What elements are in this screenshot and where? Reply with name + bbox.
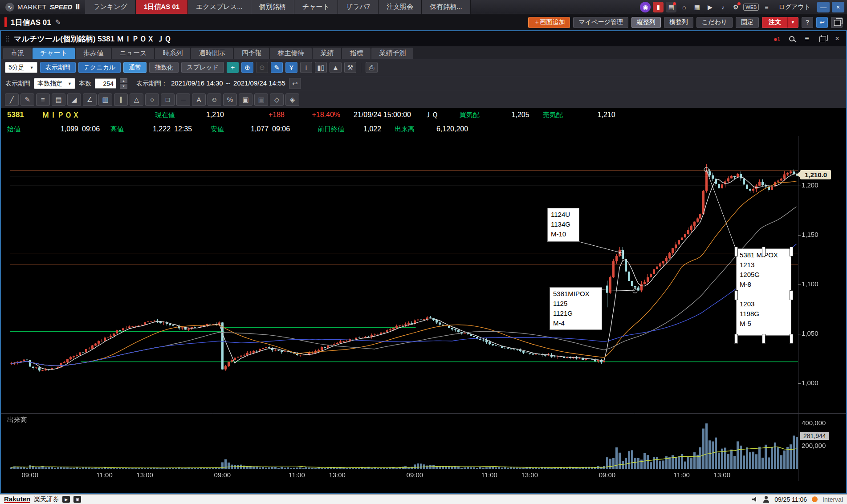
pin-layout-button[interactable]: 固定 [736,17,759,28]
top-tab-holdings[interactable]: 保有銘柄... [422,0,471,14]
account-icon[interactable] [763,496,770,503]
link-group-icon[interactable]: ●1 [772,34,781,44]
speaker-icon[interactable] [752,497,758,502]
selection-handle[interactable] [762,334,766,344]
zoom-in-button[interactable]: ⊕ [241,62,253,73]
tab-chart[interactable]: チャート [33,48,75,59]
media-icon[interactable]: ▶ [704,2,715,12]
window-menu-icon[interactable]: ≡ [802,34,811,44]
tool-eraser-all[interactable]: ◈ [285,93,299,106]
expand-button[interactable]: ▶ [62,496,70,503]
tool-rectangle[interactable]: □ [161,93,175,106]
top-tab-order-inquiry[interactable]: 注文照会 [379,0,422,14]
yen-scale-button[interactable]: ¥ [285,62,297,73]
tool-pentagon[interactable]: △ [130,93,143,106]
restore-window-icon[interactable] [818,34,827,44]
window-title-bar[interactable]: ⣿ マルチツール(個別銘柄) 5381 ＭＩＰＯＸ ＪＱ ●1 ≡ × [1,31,846,46]
tool-parallel-channel[interactable]: ∥ [114,93,128,106]
rename-page-icon[interactable]: ✎ [55,18,61,26]
tool-fib-retracement[interactable]: ≡ [36,93,50,106]
web-badge[interactable]: WEB [743,4,759,11]
multi-screen-icon[interactable]: ▦ [692,2,702,12]
top-tab-day-margin-as01[interactable]: 1日信AS 01 [136,0,188,14]
selection-handle[interactable] [790,290,793,300]
minimize-button[interactable]: — [817,2,830,12]
selection-handle[interactable] [734,334,738,344]
menu-icon[interactable]: ≡ [761,2,772,12]
draw-mode-button[interactable]: ✎ [271,62,283,73]
kodawari-button[interactable]: こだわり [696,17,733,28]
horizontal-align-button[interactable]: 横整列 [664,17,693,28]
chart-type-candle-button[interactable]: ▮▯ [315,62,327,73]
display-period-button[interactable]: 表示期間 [40,62,76,73]
price-volume-chart-canvas[interactable] [1,136,846,493]
tool-gann-fan[interactable]: ◢ [67,93,81,106]
vertical-align-button[interactable]: 縦整列 [631,17,661,28]
chart-annotation[interactable]: 1124U1134GM-10 [547,208,579,242]
tab-earnings-forecast[interactable]: 業績予測 [371,48,413,59]
tab-market[interactable]: 市況 [3,48,32,59]
tool-paste[interactable]: ▣ [254,93,268,106]
spin-up-button[interactable]: ▲ [120,78,127,83]
tab-tick[interactable]: 歩み値 [76,48,111,59]
close-button[interactable]: × [832,2,844,12]
tab-indicators[interactable]: 指標 [342,48,371,59]
window-layout-button[interactable] [831,17,843,28]
order-button[interactable]: 注文 ▼ [762,17,798,28]
top-tab-ranking[interactable]: ランキング [85,0,136,14]
tab-shareholder-benefit[interactable]: 株主優待 [270,48,312,59]
tab-timeseries[interactable]: 時系列 [155,48,190,59]
chart-annotation[interactable]: 5381MIPOX11251121GM-4 [550,287,602,330]
top-tab-zaraba7[interactable]: ザラバ7 [338,0,379,14]
interval-select[interactable]: 5分足 ▼ [5,62,37,73]
normal-mode-button[interactable]: 通常 [123,62,147,73]
bar-count-input[interactable] [95,78,116,89]
tool-trend-line[interactable]: ╱ [5,93,19,106]
chart-type-area-button[interactable]: ▲ [330,62,342,73]
tool-horizontal-line[interactable]: ─ [176,93,190,106]
spread-button[interactable]: スプレッド [181,62,224,73]
tool-multi-line[interactable]: ▤ [52,93,65,106]
tool-trend-angle[interactable]: ∠ [83,93,97,106]
app-launcher-icon[interactable]: ◉ [640,2,651,12]
top-tab-express[interactable]: エクスプレス... [188,0,251,14]
tool-vertical-lines[interactable]: ▥ [98,93,112,106]
help-button[interactable]: ? [802,17,813,28]
tab-earnings[interactable]: 業績 [313,48,341,59]
top-tab-chart[interactable]: チャート [294,0,338,14]
logout-button[interactable]: ログアウト [774,3,815,11]
home-icon[interactable]: ⌂ [679,2,689,12]
tool-ellipse[interactable]: ○ [145,93,159,106]
print-button[interactable]: ⎙ [366,62,378,73]
bell-icon[interactable]: ♪ [717,2,728,12]
add-indicator-button[interactable]: ＋ [227,62,239,73]
selection-handle[interactable] [790,247,793,256]
tool-icon-stamp[interactable]: ☺ [208,93,221,106]
tab-news[interactable]: ニュース [112,48,154,59]
chart-settings-button[interactable]: ⚒ [344,62,356,73]
chart-annotation[interactable]: 5381 MIPOX12131205GM-812031198GM-5 [736,248,791,336]
selection-handle[interactable] [762,247,766,256]
drag-grip-icon[interactable]: ⣿ [5,35,10,42]
tool-copy[interactable]: ▣ [239,93,252,106]
selection-handle[interactable] [734,290,738,300]
tool-text[interactable]: A [192,93,206,106]
order-dropdown-caret[interactable]: ▼ [787,17,798,28]
add-screen-button[interactable]: ＋画面追加 [528,17,570,28]
reload-button[interactable]: ↩ [816,17,828,28]
tab-shikiho[interactable]: 四季報 [234,48,269,59]
zoom-out-button[interactable]: ⊖ [256,62,268,73]
panel-button[interactable]: ▣ [73,496,81,503]
technical-button[interactable]: テクニカル [78,62,121,73]
tool-eraser[interactable]: ◇ [270,93,284,106]
period-mode-select[interactable]: 本数指定 ▼ [34,78,75,89]
indexed-button[interactable]: 指数化 [149,62,179,73]
top-tab-individual-stock[interactable]: 個別銘柄 [251,0,294,14]
close-window-icon[interactable]: × [833,34,842,44]
selection-handle[interactable] [790,334,793,344]
tool-percent[interactable]: % [223,93,237,106]
search-icon[interactable] [787,34,796,44]
news-icon[interactable]: ▤ [666,2,676,12]
tool-freehand[interactable]: ✎ [20,93,34,106]
reset-period-button[interactable]: ↩ [289,78,301,89]
